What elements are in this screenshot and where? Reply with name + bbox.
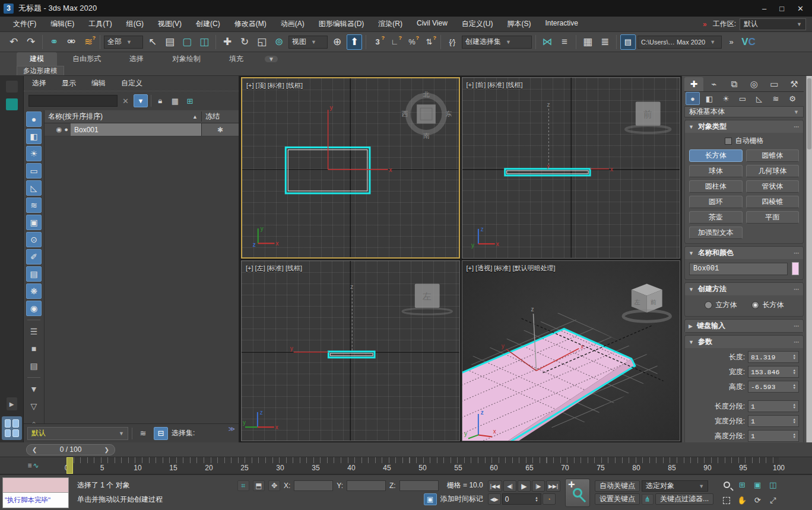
tab-modify[interactable]: ⌁ xyxy=(705,77,724,91)
isolate-selection-icon[interactable]: ⌗ xyxy=(237,480,249,491)
toolbar-more-icon[interactable]: » xyxy=(724,34,739,50)
pan-hand-icon[interactable]: ✋ xyxy=(735,493,749,508)
display-groups-icon[interactable]: ▣ xyxy=(26,215,42,230)
named-sets-dropdown[interactable]: 创建选择集▼ xyxy=(462,36,532,49)
explorer-overflow-icon[interactable]: ≫ xyxy=(228,425,235,433)
sort-type-icon[interactable]: ■ xyxy=(26,341,42,356)
expand-tray-icon[interactable]: ▶ xyxy=(7,397,17,410)
ribbon-tab[interactable]: 建模 xyxy=(17,52,57,66)
spinner-icon[interactable]: ▲▼ xyxy=(793,433,796,439)
layer-explorer-icon[interactable]: ▦ xyxy=(580,34,595,50)
parameter-field[interactable]: 1▲▼ xyxy=(748,415,799,427)
viewport-front-label[interactable]: [+] [前] [标准] [线框] xyxy=(467,81,523,90)
time-ruler[interactable]: 0510152025303540455055606570758085909510… xyxy=(66,457,779,474)
mini-curve-editor-icon[interactable]: ≡∿ xyxy=(0,457,66,474)
spinner-icon[interactable]: ▲▼ xyxy=(793,418,796,424)
docked-tool-icon[interactable] xyxy=(6,81,18,93)
selected-objects-dropdown[interactable]: 选定对象▼ xyxy=(642,480,708,492)
ribbon-tab[interactable]: 对象绘制 xyxy=(159,52,214,66)
category-dropdown[interactable]: 标准基本体▼ xyxy=(684,106,804,117)
select-object-icon[interactable]: ↖ xyxy=(145,34,160,50)
next-frame-button[interactable]: |▶ xyxy=(532,480,545,492)
object-color-swatch[interactable] xyxy=(792,262,799,275)
parameter-field[interactable]: 81.319▲▼ xyxy=(748,351,799,363)
close-button[interactable]: ✕ xyxy=(797,4,804,13)
menu-item[interactable]: 工具(T) xyxy=(81,17,119,31)
selection-filter-dropdown[interactable]: 全部▼ xyxy=(104,36,143,49)
layers-mode-icon[interactable]: ≋ xyxy=(136,427,150,440)
toggle-explorer-icon[interactable]: ▤ xyxy=(620,34,636,50)
previous-frame-button[interactable]: ◀| xyxy=(503,480,516,492)
tab-utilities[interactable]: ⚒ xyxy=(785,77,804,91)
align-icon[interactable]: ≡ xyxy=(557,34,572,50)
spinner-icon[interactable]: ▲▼ xyxy=(793,354,796,360)
object-type-button[interactable]: 平面 xyxy=(746,211,800,224)
lock-explorer-icon[interactable]: 🔒︎ xyxy=(154,95,166,107)
time-configuration-icon[interactable]: ◔ xyxy=(543,493,556,505)
reference-coordsys-dropdown[interactable]: 视图▼ xyxy=(288,36,328,49)
display-geometry-icon[interactable]: ● xyxy=(26,111,42,127)
edit-named-sets-icon[interactable]: {⁄} xyxy=(445,34,460,50)
docked-search-tool-icon[interactable] xyxy=(6,98,18,110)
display-spacewarps-icon[interactable]: ≋ xyxy=(26,197,42,213)
select-manipulate-icon[interactable]: ⬆ xyxy=(347,34,362,50)
zoom-extents-all-icon[interactable]: ◫ xyxy=(766,478,780,492)
angle-snap-icon[interactable]: ∟? xyxy=(387,34,402,50)
object-type-button[interactable]: 圆环 xyxy=(689,196,743,208)
menu-item[interactable]: 创建(C) xyxy=(189,17,227,31)
viewport-perspective-label[interactable]: [+] [透视] [标准] [默认明暗处理] xyxy=(467,264,556,273)
create-cameras-icon[interactable]: ▭ xyxy=(735,92,750,105)
display-helpers-icon[interactable]: ◺ xyxy=(26,180,42,196)
menu-item[interactable]: 文件(F) xyxy=(6,17,43,31)
container-filter-icon[interactable]: ⌂ xyxy=(26,416,42,423)
spinner-icon[interactable]: ▲▼ xyxy=(793,369,796,375)
explorer-search-input[interactable] xyxy=(28,95,118,107)
viewport-left-label[interactable]: [+] [左] [标准] [线框] xyxy=(246,264,302,273)
set-keys-button[interactable] xyxy=(565,479,590,507)
y-coordinate-field[interactable] xyxy=(347,480,386,491)
object-type-button[interactable]: 圆锥体 xyxy=(746,149,800,162)
ribbon-tab[interactable]: 自由形式 xyxy=(59,52,114,66)
viewport-top[interactable]: [+] [顶] [标准] [线框] y x 北 南 xyxy=(241,77,460,259)
menu-item[interactable]: 组(G) xyxy=(119,17,151,31)
ribbon-tab[interactable]: 选择 xyxy=(116,52,157,66)
pick-parent-icon[interactable]: ▦ xyxy=(169,95,181,107)
undo-icon[interactable]: ↶ xyxy=(6,34,21,50)
percent-snap-icon[interactable]: %? xyxy=(404,34,420,50)
menu-item[interactable]: 图形编辑器(D) xyxy=(312,17,372,31)
spinner-snap-icon[interactable]: ⇅? xyxy=(421,34,437,50)
rollout-object-type-header[interactable]: ▼对象类型⋯ xyxy=(685,120,803,133)
use-pivot-center-icon[interactable]: ⊕ xyxy=(329,34,345,50)
clear-search-icon[interactable]: ✕ xyxy=(120,97,131,106)
zoom-all-icon[interactable]: ⊞ xyxy=(735,478,749,492)
tab-motion[interactable]: ◎ xyxy=(744,77,763,91)
freeze-column-header[interactable]: 冻结 xyxy=(202,111,239,122)
select-place-icon[interactable]: ⊚ xyxy=(271,34,287,50)
x-coordinate-field[interactable] xyxy=(294,480,333,491)
name-column-header[interactable]: 名称(按升序排序) xyxy=(48,111,103,122)
object-type-button[interactable]: 茶壶 xyxy=(689,211,743,224)
zoom-region-icon[interactable] xyxy=(719,493,734,508)
toolbar-overflow-icon[interactable]: » xyxy=(700,20,709,28)
create-helpers-icon[interactable]: ◺ xyxy=(752,92,766,105)
explorer-menu-display[interactable]: 显示 xyxy=(62,78,76,88)
minimize-button[interactable]: – xyxy=(762,4,766,13)
radio-cube[interactable]: 立方体 xyxy=(705,300,737,310)
civil-view-icon[interactable]: VC xyxy=(741,34,756,50)
play-button[interactable]: ▶ xyxy=(518,480,531,492)
panel-scrollbar[interactable] xyxy=(806,76,812,442)
freeze-cell[interactable]: ✱ xyxy=(202,123,239,136)
table-row[interactable]: ◉● Box001 ✱ xyxy=(45,123,239,136)
time-slider-handle[interactable] xyxy=(66,457,73,474)
orbit-icon[interactable]: ⟳ xyxy=(750,493,765,508)
object-type-button[interactable]: 四棱锥 xyxy=(746,196,800,208)
display-visibility-icon[interactable]: ◉ xyxy=(26,301,42,316)
menu-item[interactable]: Civil View xyxy=(410,17,455,31)
workspace-dropdown[interactable]: 默认▼ xyxy=(740,18,806,30)
object-type-button[interactable]: 加强型文本 xyxy=(689,227,743,239)
menu-item[interactable]: 修改器(M) xyxy=(227,17,274,31)
go-to-end-button[interactable]: ▶▶| xyxy=(546,480,560,492)
search-filter-icon[interactable]: ▼ xyxy=(134,94,148,107)
window-crossing-icon[interactable]: ◫ xyxy=(196,34,212,50)
viewport-perspective[interactable]: [+] [透视] [标准] [默认明暗处理] xyxy=(462,260,681,442)
